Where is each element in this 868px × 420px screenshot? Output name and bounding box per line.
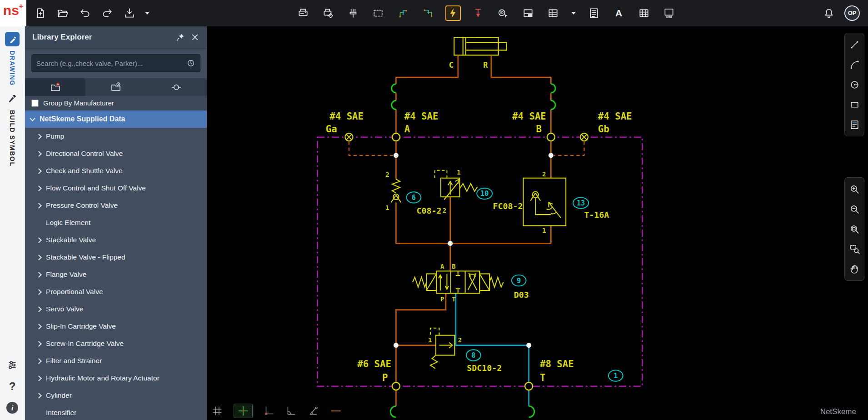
draw-line-button[interactable]	[846, 36, 863, 53]
rail-tab-build-symbol[interactable]: BUILD SYMBOL	[5, 91, 20, 167]
zoom-extents-button[interactable]	[846, 220, 863, 238]
pin-panel-button[interactable]	[173, 30, 188, 45]
tree-item[interactable]: Intensifier	[25, 404, 207, 420]
drawing-tools-group: ID A xml	[295, 5, 677, 21]
balloon-number: 6	[412, 194, 416, 202]
tab-recent-libraries[interactable]	[85, 78, 146, 96]
save-download-button[interactable]	[122, 5, 137, 21]
tree-item-label: Screw-In Cartridge Valve	[46, 340, 124, 348]
close-panel-button[interactable]	[188, 30, 202, 45]
undo-icon	[79, 7, 91, 19]
tree-item[interactable]: Stackable Valve - Flipped	[25, 249, 207, 266]
table-view-button[interactable]	[545, 5, 561, 21]
tree-item[interactable]: Pump	[25, 128, 207, 145]
xml-export-button[interactable]: xml	[661, 5, 677, 21]
grid-table-button[interactable]	[636, 5, 652, 21]
tree-item[interactable]: Hydraulic Motor and Rotary Actuator	[25, 370, 207, 387]
plotter-button[interactable]	[295, 5, 311, 21]
test-point-gb[interactable]	[580, 133, 588, 141]
balloon-t16a[interactable]: 13	[573, 197, 589, 208]
library-search-input[interactable]	[36, 60, 186, 67]
balloon-c08-2[interactable]: 6	[407, 192, 421, 203]
route-preview-button[interactable]	[420, 5, 436, 21]
zoom-in-button[interactable]	[846, 180, 863, 198]
app-logo[interactable]: ns+	[0, 0, 26, 26]
drawing-canvas[interactable]: C R	[207, 26, 868, 420]
tree-item[interactable]: Logic Element	[25, 214, 207, 231]
text-tool-button[interactable]: A	[611, 5, 627, 21]
undo-button[interactable]	[77, 5, 93, 21]
group-by-checkbox[interactable]	[31, 100, 39, 107]
terminal-strip-button[interactable]	[345, 5, 361, 21]
component-fc08-2[interactable]	[435, 170, 478, 200]
cylinder-symbol[interactable]	[454, 37, 507, 55]
notifications-button[interactable]	[821, 5, 837, 21]
tree-item[interactable]: Cylinder	[25, 387, 207, 404]
info-button[interactable]: i	[6, 402, 18, 414]
tree-item[interactable]: Filter and Strainer	[25, 352, 207, 370]
tree-item[interactable]: Stackable Valve	[25, 231, 207, 249]
sheet-notes-button[interactable]	[846, 116, 863, 133]
tree-item[interactable]: Pressure Control Valve	[25, 197, 207, 214]
tree-root-netskeme-data[interactable]: NetSkeme Supplied Data	[25, 110, 207, 128]
search-history-icon[interactable]	[186, 59, 195, 68]
tab-library-files[interactable]	[25, 78, 85, 96]
help-button[interactable]: ?	[9, 380, 16, 393]
balloon-d03[interactable]: 9	[512, 275, 526, 286]
manifold-boundary[interactable]	[318, 137, 643, 386]
assign-id-button[interactable]: ID	[495, 5, 511, 21]
settings-sliders-button[interactable]	[6, 359, 18, 371]
plumb-point-button[interactable]	[470, 5, 486, 21]
open-drawing-button[interactable]	[55, 5, 70, 21]
angle-reference-button[interactable]	[285, 405, 297, 417]
tree-item[interactable]: Flange Valve	[25, 266, 207, 283]
balloon-sdc10-2[interactable]: 8	[466, 350, 481, 360]
component-t-16a[interactable]	[523, 178, 566, 226]
user-avatar[interactable]: OP	[844, 5, 860, 21]
tree-item[interactable]: Servo Valve	[25, 300, 207, 318]
zoom-window-button[interactable]	[846, 240, 863, 258]
draw-rectangle-button[interactable]	[846, 96, 863, 113]
test-point-ga[interactable]	[345, 133, 353, 141]
redo-button[interactable]	[100, 5, 115, 21]
port-b[interactable]	[547, 133, 555, 141]
save-options-button[interactable]	[144, 5, 150, 21]
tree-item[interactable]: Flow Control and Shut Off Valve	[25, 180, 207, 197]
zoom-out-button[interactable]	[846, 200, 863, 218]
component-d03[interactable]	[413, 271, 504, 293]
tree-item[interactable]: Slip-In Cartridge Valve	[25, 318, 207, 335]
new-drawing-button[interactable]	[33, 5, 48, 21]
terminal-strip-icon	[347, 7, 359, 19]
port-t[interactable]	[525, 382, 533, 390]
grid-toggle-button[interactable]	[211, 405, 223, 417]
table-view-options-button[interactable]	[570, 5, 577, 21]
tab-symbol-components[interactable]	[146, 78, 207, 96]
schematic-canvas[interactable]: C R	[207, 26, 868, 420]
rail-tab-drawing[interactable]: DRAWING	[5, 32, 20, 86]
plotter-settings-button[interactable]	[320, 5, 336, 21]
balloon-item-1[interactable]: 1	[609, 370, 623, 381]
route-orthogonal-button[interactable]	[395, 5, 411, 21]
gauge-lines	[349, 141, 584, 155]
bom-list-button[interactable]	[586, 5, 602, 21]
app-watermark: NetSkeme	[820, 407, 856, 416]
component-c08-2[interactable]	[391, 179, 401, 202]
pan-button[interactable]	[846, 260, 863, 278]
ortho-corner-button[interactable]	[263, 405, 275, 417]
component-sdc10-2[interactable]	[430, 328, 455, 369]
tree-item[interactable]: Directional Control Valve	[25, 145, 207, 162]
tree-item[interactable]: Check and Shuttle Valve	[25, 162, 207, 180]
tree-item[interactable]: Screw-In Cartridge Valve	[25, 335, 207, 352]
polar-tracking-button[interactable]	[308, 405, 319, 417]
sheet-panel-button[interactable]	[520, 5, 536, 21]
port-a[interactable]	[392, 133, 400, 141]
tree-item[interactable]: Proportional Valve	[25, 283, 207, 300]
port-p[interactable]	[392, 382, 400, 390]
segment-style-button[interactable]	[330, 405, 342, 417]
selection-box-button[interactable]	[370, 5, 386, 21]
balloon-fc08-2[interactable]: 10	[477, 188, 492, 199]
draw-arc-button[interactable]	[846, 56, 863, 73]
draw-circle-button[interactable]	[846, 76, 863, 93]
auto-route-button[interactable]	[445, 5, 461, 21]
crosshair-snap-button[interactable]	[234, 404, 253, 418]
